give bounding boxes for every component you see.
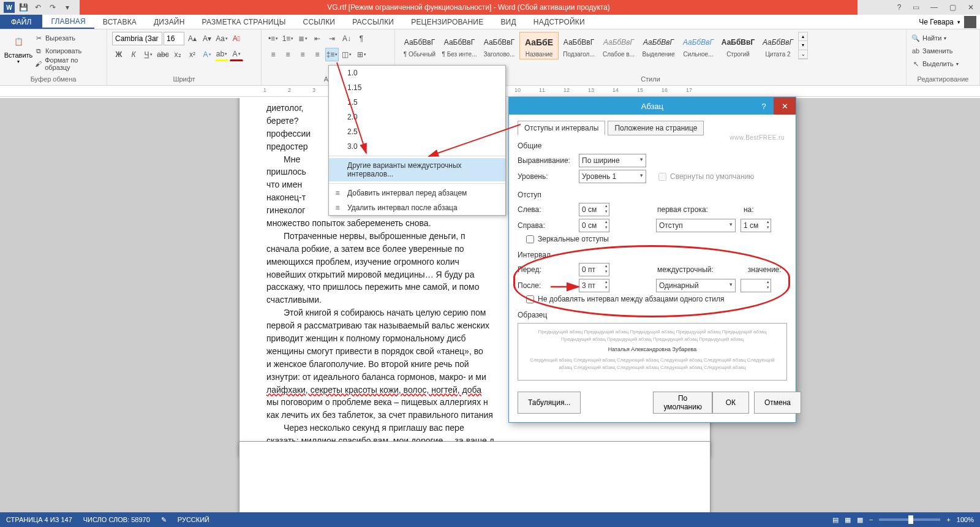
zoom-slider[interactable]: [879, 518, 940, 521]
style-subtle[interactable]: АаБбВвГСлабое в...: [599, 32, 638, 59]
status-lang[interactable]: РУССКИЙ: [178, 516, 209, 523]
replace-button[interactable]: abЗаменить: [911, 45, 959, 57]
style-strong[interactable]: АаБбВвГСтрогий: [718, 32, 758, 59]
multilevel-icon[interactable]: ≣▾: [296, 32, 309, 45]
underline-button[interactable]: Ч▾: [141, 48, 155, 61]
style-nospacing[interactable]: АаБбВвГ¶ Без инте...: [440, 32, 479, 59]
dialog-close-icon[interactable]: ✕: [774, 97, 796, 115]
shading-icon[interactable]: ◫▾: [340, 48, 353, 61]
level-combo[interactable]: Уровень 1: [579, 170, 646, 183]
page-next[interactable]: [239, 441, 710, 512]
line-spacing-button[interactable]: ‡≡▾: [325, 48, 339, 61]
grow-font-icon[interactable]: A▴: [186, 32, 199, 45]
minimize-icon[interactable]: —: [925, 0, 943, 15]
zoom-label[interactable]: 100%: [957, 516, 974, 523]
show-marks-icon[interactable]: ¶: [355, 32, 368, 45]
tab-home[interactable]: ГЛАВНАЯ: [42, 15, 94, 29]
maximize-icon[interactable]: ▢: [943, 0, 962, 15]
view-print-icon[interactable]: ▦: [845, 516, 851, 524]
tab-insert[interactable]: ВСТАВКА: [94, 15, 145, 29]
paste-button[interactable]: 📋 Вставить ▾: [5, 32, 32, 64]
change-case-icon[interactable]: Aa▾: [215, 32, 228, 45]
select-button[interactable]: ↖Выделить ▾: [911, 58, 959, 70]
save-icon[interactable]: 💾: [17, 1, 29, 13]
increase-indent-icon[interactable]: ⇥: [325, 32, 339, 45]
styles-gallery[interactable]: АаБбВвГ¶ Обычный АаБбВвГ¶ Без инте... Аа…: [400, 32, 808, 59]
ls-del-after[interactable]: ≡Удалить интервал после абзаца: [329, 200, 505, 215]
highlight-icon[interactable]: ab▾: [215, 48, 228, 61]
ls-1-15[interactable]: 1.15: [329, 80, 505, 95]
status-page[interactable]: СТРАНИЦА 4 ИЗ 147: [6, 516, 72, 523]
zoom-out-icon[interactable]: −: [869, 516, 873, 523]
subscript-button[interactable]: x₂: [171, 48, 184, 61]
linespacing-combo[interactable]: Одинарный: [656, 279, 736, 292]
shrink-font-icon[interactable]: A▾: [200, 32, 214, 45]
font-name-combo[interactable]: Cambria (Заг: [112, 32, 162, 45]
on-spinner[interactable]: 1 см: [741, 219, 771, 232]
dlg-tab-indents[interactable]: Отступы и интервалы: [518, 121, 605, 135]
right-spinner[interactable]: 0 см: [579, 219, 609, 232]
tab-view[interactable]: ВИД: [492, 15, 524, 29]
before-spinner[interactable]: 0 пт: [579, 263, 609, 276]
strike-button[interactable]: abc: [156, 48, 170, 61]
borders-icon[interactable]: ⊞▾: [355, 48, 368, 61]
ls-other[interactable]: Другие варианты междустрочных интервалов…: [329, 158, 505, 181]
ls-add-before[interactable]: ≡Добавить интервал перед абзацем: [329, 186, 505, 200]
clear-format-icon[interactable]: Aͯ: [230, 32, 243, 45]
style-subtitle[interactable]: АаБбВвГПодзагол...: [559, 32, 598, 59]
dlg-tab-position[interactable]: Положение на странице: [608, 121, 704, 135]
view-web-icon[interactable]: ▩: [857, 516, 863, 524]
user-area[interactable]: Че Гевара ▾: [919, 15, 976, 29]
tab-design[interactable]: ДИЗАЙН: [145, 15, 194, 29]
value-spinner[interactable]: [741, 279, 771, 292]
dialog-help-icon[interactable]: ?: [756, 97, 771, 115]
style-quote[interactable]: АаБбВвГЦитата 2: [758, 32, 797, 59]
ls-3-0[interactable]: 3.0: [329, 139, 505, 154]
copy-button[interactable]: ⧉Копировать: [34, 45, 102, 57]
redo-icon[interactable]: ↷: [47, 1, 59, 13]
align-right-icon[interactable]: ≡: [296, 48, 309, 61]
mirror-checkbox[interactable]: [526, 235, 534, 243]
align-left-icon[interactable]: ≡: [266, 48, 280, 61]
ribbon-options-icon[interactable]: ▭: [907, 0, 925, 15]
default-button[interactable]: По умолчанию: [653, 392, 712, 414]
decrease-indent-icon[interactable]: ⇤: [311, 32, 324, 45]
tab-layout[interactable]: РАЗМЕТКА СТРАНИЦЫ: [194, 15, 295, 29]
ls-1-5[interactable]: 1.5: [329, 95, 505, 110]
ls-2-5[interactable]: 2.5: [329, 124, 505, 139]
zoom-in-icon[interactable]: +: [946, 516, 950, 523]
tab-addins[interactable]: НАДСТРОЙКИ: [525, 15, 594, 29]
nosame-checkbox[interactable]: [526, 295, 534, 303]
tabs-button[interactable]: Табуляция...: [518, 392, 581, 414]
cancel-button[interactable]: Отмена: [754, 392, 801, 414]
font-size-combo[interactable]: 16: [164, 32, 184, 45]
font-color-icon[interactable]: A▾: [230, 48, 243, 61]
numbering-icon[interactable]: 1≡▾: [281, 32, 295, 45]
format-painter-button[interactable]: 🖌Формат по образцу: [34, 58, 102, 70]
italic-button[interactable]: К: [127, 48, 140, 61]
sort-icon[interactable]: A↓: [340, 32, 353, 45]
close-icon[interactable]: ✕: [962, 0, 980, 15]
style-heading[interactable]: АаБбВвГЗаголово...: [480, 32, 519, 59]
bold-button[interactable]: Ж: [112, 48, 126, 61]
status-proof-icon[interactable]: ✎: [161, 516, 167, 524]
view-read-icon[interactable]: ▤: [832, 516, 839, 524]
tab-mailings[interactable]: РАССЫЛКИ: [344, 15, 402, 29]
firstline-combo[interactable]: Отступ: [656, 219, 736, 232]
bullets-icon[interactable]: •≡▾: [266, 32, 280, 45]
ok-button[interactable]: ОК: [712, 392, 749, 414]
superscript-button[interactable]: x²: [186, 48, 199, 61]
style-title[interactable]: АаБбЕНазвание: [519, 32, 559, 59]
align-center-icon[interactable]: ≡: [281, 48, 295, 61]
find-button[interactable]: 🔍Найти ▾: [911, 32, 959, 44]
status-words[interactable]: ЧИСЛО СЛОВ: 58970: [83, 516, 150, 523]
tab-file[interactable]: ФАЙЛ: [0, 15, 42, 29]
style-intense[interactable]: АаБбВвГСильное...: [679, 32, 718, 59]
dialog-titlebar[interactable]: Абзац ? ✕: [509, 97, 796, 115]
cut-button[interactable]: ✂Вырезать: [34, 32, 102, 44]
after-spinner[interactable]: 3 пт: [579, 279, 609, 292]
tab-review[interactable]: РЕЦЕНЗИРОВАНИЕ: [402, 15, 492, 29]
style-emphasis[interactable]: АаБбВвГВыделение: [639, 32, 678, 59]
undo-icon[interactable]: ↶: [32, 1, 44, 13]
style-normal[interactable]: АаБбВвГ¶ Обычный: [400, 32, 439, 59]
